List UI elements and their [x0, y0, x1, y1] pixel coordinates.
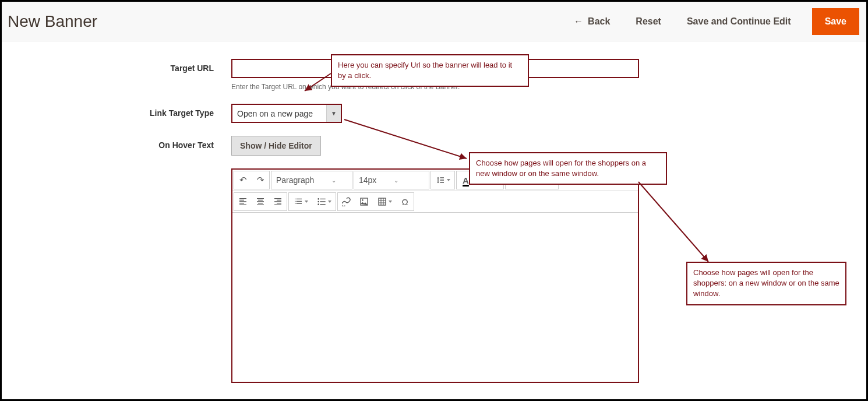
line-height-icon[interactable] — [431, 171, 454, 189]
back-button[interactable]: ← Back — [561, 10, 623, 33]
show-hide-editor-label: Show / Hide Editor — [240, 141, 312, 150]
on-hover-text-label: On Hover Text — [2, 136, 231, 150]
callout-target-url: Here you can specify Url so the banner w… — [331, 54, 529, 87]
chevron-down-icon: ▼ — [326, 105, 341, 122]
link-target-type-row: Link Target Type Open on a new page ▼ — [2, 104, 866, 123]
header-actions: ← Back Reset Save and Continue Edit Save — [561, 8, 859, 35]
paragraph-select[interactable]: Paragraph ⌄ — [271, 171, 352, 189]
font-size-value: 14px — [359, 175, 376, 185]
callout-editor: Choose how pages will open for the shopp… — [686, 262, 846, 305]
callout-link-target: Choose how pages will open for the shopp… — [469, 152, 667, 185]
numbered-list-icon[interactable] — [289, 193, 312, 210]
font-size-select[interactable]: 14px ⌄ — [354, 171, 429, 189]
wysiwyg-editor: ↶ ↷ Paragraph ⌄ 14px ⌄ — [231, 168, 639, 383]
reset-button[interactable]: Reset — [623, 10, 674, 33]
chevron-down-icon: ⌄ — [394, 177, 398, 184]
save-continue-label: Save and Continue Edit — [687, 16, 791, 27]
save-label: Save — [825, 16, 846, 26]
redo-icon[interactable]: ↷ — [252, 171, 269, 189]
bullet-list-icon[interactable] — [312, 193, 336, 210]
svg-point-1 — [317, 201, 319, 203]
undo-icon[interactable]: ↶ — [234, 171, 252, 189]
svg-point-4 — [362, 199, 364, 201]
page-header: New Banner ← Back Reset Save and Continu… — [2, 2, 866, 41]
back-label: Back — [588, 16, 610, 27]
editor-toolbar-row-2: Ω — [232, 191, 638, 213]
arrow-icon — [637, 180, 712, 265]
show-hide-editor-button[interactable]: Show / Hide Editor — [231, 136, 321, 156]
on-hover-text-row: On Hover Text Show / Hide Editor — [2, 136, 866, 156]
target-url-label: Target URL — [2, 59, 231, 73]
svg-line-8 — [638, 182, 708, 262]
chevron-down-icon: ⌄ — [331, 177, 336, 184]
page-title: New Banner — [8, 12, 97, 31]
back-arrow-icon: ← — [574, 16, 583, 27]
align-right-icon[interactable] — [269, 193, 287, 210]
editor-content-area[interactable] — [232, 213, 638, 382]
save-button[interactable]: Save — [812, 8, 859, 35]
paragraph-select-value: Paragraph — [276, 175, 314, 185]
link-icon[interactable] — [338, 193, 355, 210]
image-icon[interactable] — [355, 193, 373, 210]
svg-point-2 — [317, 203, 319, 205]
svg-rect-5 — [379, 198, 386, 205]
align-left-icon[interactable] — [234, 193, 252, 210]
align-center-icon[interactable] — [252, 193, 269, 210]
link-target-type-select[interactable]: Open on a new page ▼ — [231, 104, 342, 123]
form-area: Target URL Enter the Target URL on which… — [2, 41, 866, 383]
link-target-type-label: Link Target Type — [2, 104, 231, 118]
reset-label: Reset — [636, 16, 661, 27]
save-continue-button[interactable]: Save and Continue Edit — [674, 10, 804, 33]
special-char-icon[interactable]: Ω — [396, 193, 414, 210]
link-target-type-value: Open on a new page — [232, 105, 326, 122]
svg-point-0 — [317, 198, 319, 200]
table-icon[interactable] — [373, 193, 396, 210]
